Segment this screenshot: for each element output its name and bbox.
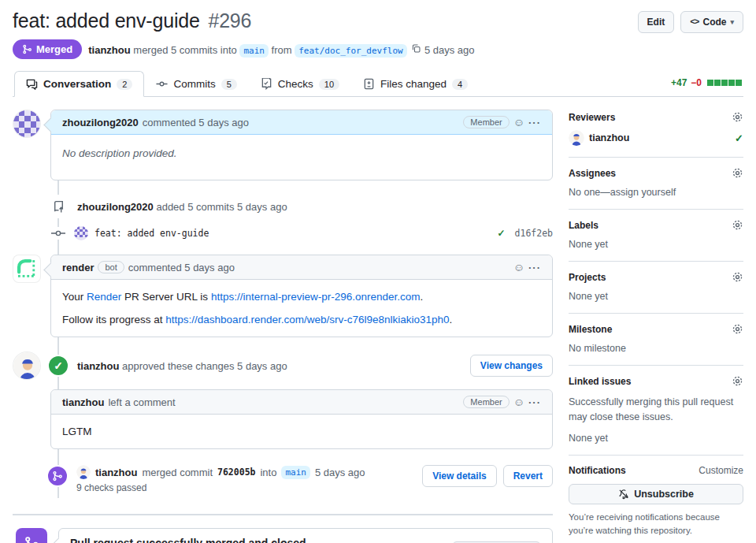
repo-push-icon [46, 195, 70, 218]
approved-check-icon: ✓ [735, 132, 743, 144]
timeline-divider [13, 514, 553, 515]
pr-title-text: feat: added env-guide [13, 9, 200, 32]
git-commit-icon [49, 227, 68, 240]
pull-request-page: feat: added env-guide #296 Edit <> Code … [0, 0, 756, 543]
unsubscribe-button[interactable]: Unsubscribe [569, 484, 743, 504]
emoji-reaction-icon[interactable]: ☺ [513, 396, 524, 407]
git-commit-icon [156, 78, 168, 90]
kebab-menu-icon[interactable]: ··· [528, 396, 541, 408]
assignees-empty-text[interactable]: No one—assign yourself [569, 187, 743, 198]
edit-button[interactable]: Edit [638, 11, 675, 33]
gear-icon[interactable] [732, 219, 743, 231]
unsubscribe-label: Unsubscribe [634, 489, 694, 500]
pr-header: feat: added env-guide #296 Edit <> Code … [13, 9, 743, 33]
checklist-icon [261, 78, 272, 90]
view-changes-button[interactable]: View changes [470, 355, 553, 377]
merged-banner-text: Pull request successfully merged and clo… [70, 537, 452, 543]
base-branch-label[interactable]: main [239, 44, 269, 58]
diffstat-blocks [707, 80, 742, 86]
from-word: from [272, 44, 292, 56]
avatar-render-bot[interactable] [13, 255, 41, 283]
emoji-reaction-icon[interactable]: ☺ [513, 262, 524, 273]
kebab-menu-icon[interactable]: ··· [528, 117, 541, 128]
git-merge-icon [16, 528, 47, 543]
tab-commits[interactable]: Commits 5 [144, 71, 248, 97]
merge-summary: tianzhou merged 5 commits into main from… [88, 43, 474, 56]
text: . [421, 291, 424, 303]
tab-checks-label: Checks [278, 78, 313, 90]
avatar-tianzhou-small[interactable] [76, 465, 91, 479]
avatar-zhouzilong2020[interactable] [13, 110, 41, 138]
merge-event-time[interactable]: 5 days ago [315, 467, 365, 478]
code-button[interactable]: <> Code ▾ [680, 11, 743, 33]
merge-actor-link[interactable]: tianzhou [88, 44, 130, 56]
checks-success-icon[interactable]: ✓ [497, 228, 505, 239]
emoji-reaction-icon[interactable]: ☺ [513, 117, 524, 128]
gear-icon[interactable] [732, 323, 743, 335]
comment-meta: commented 5 days ago [128, 262, 235, 273]
header-actions: Edit <> Code ▾ [638, 11, 743, 33]
kebab-menu-icon[interactable]: ··· [528, 262, 541, 273]
commits-added-event: zhouzilong2020 added 5 commits 5 days ag… [13, 195, 553, 218]
merged-event-body: tianzhou merged commit 762005b into main… [76, 465, 422, 493]
approved-check-icon: ✓ [47, 355, 69, 377]
render-logo [13, 255, 40, 282]
customize-link[interactable]: Customize [699, 465, 743, 476]
text: Follow its progress at [62, 314, 163, 325]
member-badge: Member [463, 396, 509, 408]
commit-message-link[interactable]: feat: added env-guide [94, 228, 491, 239]
head-branch-label[interactable]: feat/doc_for_devflow [295, 44, 406, 58]
text: PR Server URL is [124, 291, 208, 303]
section-label: Milestone [569, 324, 612, 335]
milestone-empty-text: No milestone [569, 343, 743, 354]
additions-count: +47 [671, 77, 687, 88]
person-avatar [13, 352, 41, 380]
code-icon: <> [690, 17, 699, 27]
avatar-zhouzilong2020-small[interactable] [74, 226, 88, 240]
tab-files-changed[interactable]: Files changed 4 [351, 71, 480, 97]
merged-banner: Pull request successfully merged and clo… [13, 528, 553, 543]
commit-sha-link[interactable]: d16f2eb [515, 228, 553, 239]
render-link[interactable]: Render [87, 291, 121, 303]
code-button-label: Code [702, 17, 726, 28]
gear-icon[interactable] [732, 271, 743, 283]
comment-author-link[interactable]: render [62, 262, 94, 273]
event-author-link[interactable]: tianzhou [95, 467, 137, 478]
gear-icon[interactable] [732, 375, 743, 387]
event-author-link[interactable]: zhouzilong2020 [77, 201, 154, 213]
tab-conversation[interactable]: Conversation 2 [14, 71, 144, 97]
dashboard-url-link[interactable]: https://dashboard.render.com/web/srv-c76… [165, 314, 449, 325]
checks-passed-link[interactable]: 9 checks passed [76, 482, 422, 493]
merged-commit-sha-link[interactable]: 762005b [217, 467, 255, 478]
review-comment: tianzhou left a comment Member ☺ ··· LGT… [50, 389, 553, 449]
tab-conversation-label: Conversation [43, 78, 111, 90]
labels-empty-text: None yet [569, 239, 743, 250]
revert-button[interactable]: Revert [503, 465, 553, 487]
event-author-link[interactable]: tianzhou [77, 360, 119, 372]
section-label: Labels [569, 220, 598, 231]
tab-checks[interactable]: Checks 10 [249, 71, 351, 97]
tab-conversation-count: 2 [117, 79, 132, 90]
preview-url-link[interactable]: https://internal-preview-pr-296.onrender… [211, 291, 421, 303]
git-merge-icon [22, 44, 32, 54]
tab-files-changed-count: 4 [452, 79, 468, 90]
git-merge-icon [46, 465, 69, 487]
reviewer-row: tianzhou ✓ [569, 130, 743, 146]
avatar-tianzhou-small[interactable] [569, 130, 584, 146]
comment-author-link[interactable]: zhouzilong2020 [62, 117, 139, 128]
section-label: Projects [569, 272, 606, 283]
comment-header: zhouzilong2020 commented 5 days ago Memb… [51, 110, 552, 135]
comment-header: render bot commented 5 days ago ☺ ··· [51, 255, 552, 280]
comment-author-link[interactable]: tianzhou [62, 396, 104, 408]
base-branch-label[interactable]: main [281, 466, 310, 479]
sidebar-section-reviewers: Reviewers tianzhou ✓ [569, 110, 743, 158]
linked-issues-empty-text: None yet [569, 433, 743, 444]
gear-icon[interactable] [732, 111, 743, 123]
view-details-button[interactable]: View details [422, 465, 496, 487]
file-diff-icon [363, 78, 375, 90]
reviewer-name-link[interactable]: tianzhou [589, 132, 629, 143]
copy-branch-icon[interactable] [411, 43, 421, 54]
merge-time[interactable]: 5 days ago [424, 44, 475, 56]
gear-icon[interactable] [732, 167, 743, 179]
avatar-tianzhou[interactable] [13, 351, 41, 380]
